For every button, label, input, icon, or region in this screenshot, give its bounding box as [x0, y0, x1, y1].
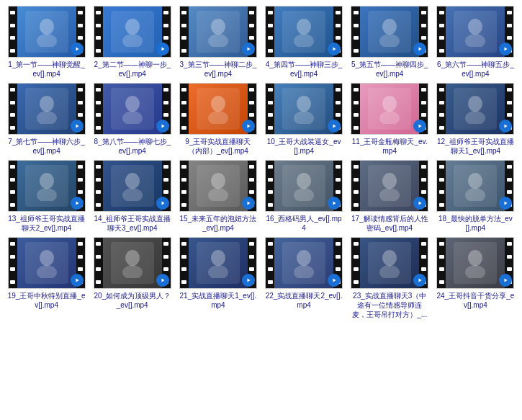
- film-strip-left: [9, 6, 17, 57]
- list-item[interactable]: 6_第六节——神聊五步_ev[].mp4: [435, 6, 516, 79]
- video-label: 21_实战直播聊天1_ev[].mp4: [179, 291, 257, 310]
- video-thumbnail: [8, 83, 86, 135]
- video-badge: [242, 197, 255, 210]
- list-item[interactable]: 9_王哥实战直播聊天（内部）_ev[].mp4: [177, 83, 258, 156]
- svg-point-60: [211, 250, 225, 266]
- video-label: 19_王哥中秋特别直播_ev[].mp4: [8, 291, 86, 310]
- video-thumbnail: [265, 6, 343, 58]
- list-item[interactable]: 13_祖师爷王哥实战直播聊天2_ev[].mp4: [6, 160, 87, 233]
- video-thumbnail: [265, 160, 343, 212]
- list-item[interactable]: 14_祖师爷王哥实战直播聊天3_ev[].mp4: [91, 160, 173, 233]
- video-label: 20_如何成为顶级男人？_ev[].mp4: [94, 291, 171, 310]
- list-item[interactable]: 17_解读情感背后的人性密码_ev[].mp4: [349, 160, 431, 233]
- video-badge: [71, 197, 84, 210]
- svg-point-69: [468, 250, 482, 266]
- list-item[interactable]: 11_王哥金瓶梅聊天_ev.mp4: [349, 83, 431, 156]
- video-label: 23_实战直播聊天3（中途有一位情感导师连麦，王哥吊打对方）_...: [351, 291, 428, 319]
- svg-point-0: [40, 19, 54, 35]
- video-thumbnail: [179, 6, 257, 58]
- list-item[interactable]: 15_未来五年的泡妞方法_ev[].mp4: [177, 160, 258, 233]
- video-label: 8_第八节——神聊七步_ev[].mp4: [94, 137, 171, 156]
- film-strip-left: [9, 161, 17, 211]
- video-badge: [71, 120, 84, 133]
- list-item[interactable]: 20_如何成为顶级男人？_ev[].mp4: [91, 237, 173, 319]
- video-label: 6_第六节——神聊五步_ev[].mp4: [436, 60, 514, 79]
- video-badge: [156, 197, 169, 210]
- video-badge: [71, 274, 84, 287]
- film-strip-left: [351, 6, 360, 57]
- list-item[interactable]: 23_实战直播聊天3（中途有一位情感导师连麦，王哥吊打对方）_...: [349, 237, 431, 319]
- video-thumbnail: [436, 6, 514, 58]
- svg-point-45: [297, 173, 311, 189]
- list-item[interactable]: 24_王哥抖音干货分享_ev[].mp4: [435, 237, 516, 319]
- list-item[interactable]: 3_第三节——神聊二步_ev[].mp4: [177, 6, 258, 79]
- list-item[interactable]: 1_第一节——神聊觉醒_ev[].mp4: [6, 6, 87, 79]
- film-strip-left: [437, 238, 446, 288]
- list-item[interactable]: 19_王哥中秋特别直播_ev[].mp4: [6, 237, 87, 319]
- svg-point-58: [122, 265, 143, 278]
- film-strip-left: [94, 84, 103, 134]
- svg-point-6: [211, 19, 225, 35]
- svg-point-39: [125, 173, 140, 189]
- list-item[interactable]: 22_实战直播聊天2_ev[].mp4: [263, 237, 344, 319]
- video-thumbnail: [436, 160, 514, 212]
- video-label: 22_实战直播聊天2_ev[].mp4: [265, 291, 343, 310]
- video-thumbnail: [8, 6, 86, 58]
- film-strip-left: [266, 161, 274, 211]
- svg-point-42: [211, 173, 225, 189]
- video-thumbnail: [351, 6, 428, 58]
- video-thumbnail: [265, 83, 343, 135]
- video-label: 10_王哥大战装逼女_ev[].mp4: [265, 137, 343, 156]
- list-item[interactable]: 2_第二节——神聊一步_ev[].mp4: [91, 6, 173, 79]
- svg-point-1: [37, 34, 57, 47]
- svg-point-67: [379, 265, 400, 278]
- video-label: 14_祖师爷王哥实战直播聊天3_ev[].mp4: [94, 214, 171, 233]
- svg-point-22: [122, 111, 143, 124]
- svg-point-40: [122, 188, 143, 201]
- video-badge: [328, 120, 341, 133]
- list-item[interactable]: 18_最快的脱单方法_ev[].mp4: [435, 160, 516, 233]
- video-badge: [156, 43, 169, 55]
- list-item[interactable]: 21_实战直播聊天1_ev[].mp4: [177, 237, 258, 319]
- video-thumbnail: [351, 237, 428, 289]
- video-thumbnail: [94, 237, 171, 289]
- video-thumbnail: [179, 160, 257, 212]
- video-badge: [242, 120, 255, 133]
- film-strip-left: [94, 6, 103, 57]
- film-strip-left: [266, 84, 274, 134]
- video-label: 9_王哥实战直播聊天（内部）_ev[].mp4: [179, 137, 257, 156]
- film-strip-left: [266, 6, 274, 57]
- video-label: 7_第七节——神聊六步_ev[].mp4: [8, 137, 86, 156]
- list-item[interactable]: 4_第四节——神聊三步_ev[].mp4: [263, 6, 344, 79]
- film-strip-left: [351, 238, 360, 288]
- video-badge: [328, 197, 341, 210]
- list-item[interactable]: 12_祖师爷王哥实战直播聊天1_ev[].mp4: [435, 83, 516, 156]
- video-thumbnail: [94, 160, 171, 212]
- video-badge: [328, 43, 341, 55]
- video-label: 1_第一节——神聊觉醒_ev[].mp4: [8, 60, 86, 79]
- svg-point-43: [208, 188, 228, 201]
- film-strip-left: [180, 84, 189, 134]
- film-strip-left: [180, 238, 189, 288]
- film-strip-left: [180, 161, 189, 211]
- film-strip-left: [351, 161, 360, 211]
- list-item[interactable]: 5_第五节——神聊四步_ev[].mp4: [349, 6, 431, 79]
- video-label: 3_第三节——神聊二步_ev[].mp4: [179, 60, 257, 79]
- film-strip-left: [180, 6, 189, 57]
- svg-point-18: [40, 96, 54, 112]
- film-strip-left: [437, 84, 446, 134]
- video-label: 4_第四节——神聊三步_ev[].mp4: [265, 60, 343, 79]
- list-item[interactable]: 16_西格码男人_ev[].mp4: [263, 160, 344, 233]
- list-item[interactable]: 7_第七节——神聊六步_ev[].mp4: [6, 83, 87, 156]
- video-badge: [156, 274, 169, 287]
- video-thumbnail: [8, 160, 86, 212]
- film-strip-left: [437, 161, 446, 211]
- video-thumbnail: [265, 237, 343, 289]
- video-thumbnail: [436, 83, 514, 135]
- list-item[interactable]: 10_王哥大战装逼女_ev[].mp4: [263, 83, 344, 156]
- svg-point-33: [468, 96, 482, 112]
- video-label: 12_祖师爷王哥实战直播聊天1_ev[].mp4: [436, 137, 514, 156]
- video-badge: [156, 120, 169, 133]
- svg-point-63: [297, 250, 311, 266]
- list-item[interactable]: 8_第八节——神聊七步_ev[].mp4: [91, 83, 173, 156]
